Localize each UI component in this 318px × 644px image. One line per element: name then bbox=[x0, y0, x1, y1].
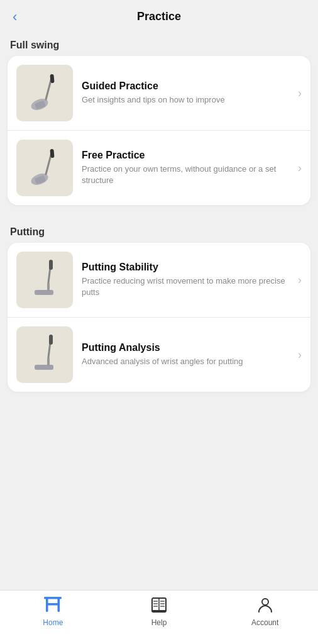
svg-rect-9 bbox=[47, 282, 50, 291]
guided-practice-title: Guided Practice bbox=[82, 80, 293, 92]
free-practice-title: Free Practice bbox=[82, 150, 293, 161]
putting-stability-chevron: › bbox=[298, 274, 302, 287]
svg-rect-19 bbox=[44, 597, 62, 599]
free-practice-content: Free Practice Practice on your own terms… bbox=[82, 150, 293, 186]
svg-rect-12 bbox=[35, 365, 53, 370]
nav-account-label: Account bbox=[251, 618, 278, 627]
putting-analysis-content: Putting Analysis Advanced analysis of wr… bbox=[82, 342, 293, 367]
putting-stability-content: Putting Stability Practice reducing wris… bbox=[82, 262, 293, 298]
putting-label: Putting bbox=[0, 218, 318, 243]
free-practice-item[interactable]: Free Practice Practice on your own terms… bbox=[8, 130, 310, 205]
bottom-nav: Home Help bbox=[0, 590, 318, 644]
svg-point-29 bbox=[262, 599, 268, 605]
home-icon bbox=[44, 597, 62, 616]
guided-practice-content: Guided Practice Get insights and tips on… bbox=[82, 80, 293, 106]
putting-card-group: Putting Stability Practice reducing wris… bbox=[8, 243, 310, 392]
guided-practice-desc: Get insights and tips on how to improve bbox=[82, 94, 293, 106]
back-button[interactable]: ‹ bbox=[10, 8, 19, 26]
nav-account[interactable]: Account bbox=[212, 597, 318, 627]
guided-practice-chevron: › bbox=[298, 87, 302, 100]
putting-stability-thumb bbox=[16, 252, 73, 308]
svg-rect-15 bbox=[49, 335, 53, 345]
free-practice-desc: Practice on your own terms, without guid… bbox=[82, 164, 293, 186]
help-icon bbox=[150, 597, 168, 616]
putting-analysis-item[interactable]: Putting Analysis Advanced analysis of wr… bbox=[8, 317, 310, 392]
svg-rect-11 bbox=[49, 260, 53, 270]
putting-analysis-title: Putting Analysis bbox=[82, 342, 293, 353]
full-swing-section: Full swing Guided bbox=[0, 31, 318, 205]
full-swing-card-group: Guided Practice Get insights and tips on… bbox=[8, 56, 310, 205]
account-icon bbox=[256, 597, 274, 616]
full-swing-label: Full swing bbox=[0, 31, 318, 56]
nav-help-label: Help bbox=[151, 618, 167, 627]
page-title: Practice bbox=[137, 10, 181, 23]
header: ‹ Practice bbox=[0, 0, 318, 31]
putting-analysis-thumb bbox=[16, 326, 73, 383]
putting-stability-title: Putting Stability bbox=[82, 262, 293, 273]
nav-help[interactable]: Help bbox=[106, 597, 212, 627]
putting-stability-desc: Practice reducing wrist movement to make… bbox=[82, 275, 293, 298]
svg-rect-13 bbox=[47, 357, 50, 366]
nav-home-label: Home bbox=[43, 618, 63, 627]
free-practice-thumb bbox=[16, 140, 73, 196]
putting-analysis-chevron: › bbox=[298, 348, 302, 362]
putting-stability-item[interactable]: Putting Stability Practice reducing wris… bbox=[8, 243, 310, 317]
guided-practice-thumb bbox=[16, 65, 73, 121]
guided-practice-item[interactable]: Guided Practice Get insights and tips on… bbox=[8, 56, 310, 130]
putting-analysis-desc: Advanced analysis of wrist angles for pu… bbox=[82, 356, 293, 367]
nav-home[interactable]: Home bbox=[0, 597, 106, 627]
svg-rect-18 bbox=[46, 603, 60, 606]
svg-rect-8 bbox=[35, 290, 53, 295]
putting-section: Putting bbox=[0, 218, 318, 392]
free-practice-chevron: › bbox=[298, 162, 302, 175]
